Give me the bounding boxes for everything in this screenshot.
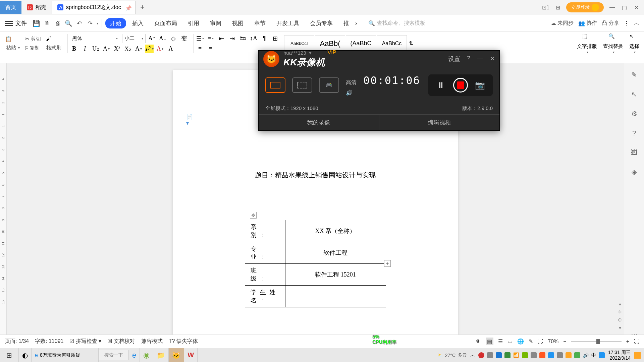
style-h2[interactable]: (AaBbC [346, 35, 376, 52]
tray-icon-8[interactable] [539, 352, 545, 358]
history-dropdown-icon[interactable]: ▾ [97, 21, 98, 25]
word-count[interactable]: 字数: 11091 [35, 338, 63, 345]
tray-icon-12[interactable] [574, 352, 580, 358]
scroll-up-icon[interactable]: ▴ [616, 301, 623, 308]
premium-icon[interactable]: ◈ [630, 167, 639, 177]
settings-icon[interactable]: ⚙ [630, 109, 639, 118]
increase-font-icon[interactable]: A↑ [148, 34, 156, 43]
text-effect-button[interactable]: A▾ [134, 45, 143, 53]
recorder-settings[interactable]: 设置 [448, 55, 460, 63]
font-color-button[interactable]: A▾ [156, 45, 164, 53]
zoom-value[interactable]: 70% [548, 339, 558, 345]
view-icon[interactable]: 👁 [476, 339, 481, 345]
clock[interactable]: 17:31 周三 2022/9/14 [608, 350, 631, 361]
user-dropdown-icon[interactable]: ▾ [309, 50, 312, 56]
menu-file[interactable]: 文件 [15, 19, 27, 27]
page-anchor-icon[interactable]: 📄▾ [186, 114, 193, 120]
tray-icon-4[interactable] [504, 352, 511, 358]
tray-icon-3[interactable] [496, 352, 502, 358]
format-painter-button[interactable]: 格式刷 [45, 44, 63, 52]
table-move-handle[interactable]: ✥ [250, 212, 257, 219]
phonetic-icon[interactable]: 变 [180, 34, 189, 43]
ribbon-tab-view[interactable]: 视图 [227, 18, 248, 28]
text-layout-button[interactable]: ⬚文字排版▾ [577, 33, 597, 54]
command-search[interactable]: 🔍 查找命令、搜索模板 [368, 20, 549, 27]
highlight-button[interactable]: 🖍▾ [145, 45, 154, 53]
wps-taskbar-icon[interactable]: W [184, 348, 198, 362]
char-border-button[interactable]: A [166, 45, 175, 53]
zoom-out-icon[interactable]: − [563, 339, 566, 345]
quality-label[interactable]: 高清 [346, 79, 357, 86]
show-marks-button[interactable]: ⊞ [271, 34, 279, 43]
scroll-down-icon[interactable]: ▾ [616, 325, 623, 332]
bluetooth-icon[interactable] [548, 352, 554, 358]
page-view-icon[interactable]: ▤ [486, 338, 493, 345]
volume-tray-icon[interactable]: 🔊 [583, 353, 589, 358]
undo-icon[interactable]: ↶ [74, 19, 84, 28]
bold-button[interactable]: B [70, 45, 78, 53]
weather-widget[interactable]: ⛅ 27°C 多云 [437, 352, 467, 358]
collab-button[interactable]: 👥协作 [578, 20, 597, 27]
superscript-button[interactable]: X² [113, 45, 121, 53]
browser-icon[interactable]: ◉ [140, 348, 153, 362]
ribbon-tab-start[interactable]: 开始 [105, 18, 126, 28]
reading-view-icon[interactable]: ▭ [507, 338, 513, 345]
volume-icon[interactable]: 🔊 [346, 89, 420, 96]
line-break-button[interactable]: ¶ [260, 34, 269, 43]
ie-taskbar[interactable]: e 8万班费为何引质疑 [32, 348, 99, 362]
mode-screen-button[interactable] [265, 77, 285, 93]
recorder-minimize-icon[interactable]: — [477, 55, 483, 63]
indent-left-button[interactable]: ⇤ [217, 34, 226, 43]
zoom-slider[interactable] [571, 341, 622, 342]
missing-font[interactable]: T? 缺失字体 [169, 338, 198, 345]
tray-icon-10[interactable] [557, 352, 563, 358]
document-title-line[interactable]: 题目：精品水果线上销售网站设计与实现 [200, 171, 431, 180]
tray-icon-2[interactable] [487, 352, 493, 358]
decrease-font-icon[interactable]: A↓ [158, 34, 167, 43]
tray-icon-14[interactable] [599, 352, 605, 358]
compat-mode[interactable]: 兼容模式 [141, 338, 163, 345]
tray-icon-11[interactable] [566, 352, 572, 358]
tray-icon-7[interactable] [531, 352, 537, 358]
preview-icon[interactable]: 🔍 [64, 19, 73, 28]
stop-button[interactable] [453, 78, 468, 93]
window-mode-icon[interactable]: ⊡1 [542, 4, 549, 11]
ribbon-tab-insert[interactable]: 插入 [127, 18, 148, 28]
ribbon-tab-references[interactable]: 引用 [183, 18, 204, 28]
scroll-target-icon[interactable]: ⊙ [616, 317, 623, 324]
ribbon-tab-chapter[interactable]: 章节 [250, 18, 270, 28]
pause-button[interactable]: ⏸ [434, 78, 448, 92]
ribbon-tab-more[interactable]: 推 [339, 18, 354, 28]
ribbon-tab-devtools[interactable]: 开发工具 [272, 18, 304, 28]
recorder-help-icon[interactable]: ? [467, 55, 470, 63]
collapse-ribbon-icon[interactable]: ︿ [634, 20, 639, 27]
zoom-in-icon[interactable]: + [626, 339, 629, 345]
cursor-panel-icon[interactable]: ↖ [630, 89, 639, 99]
save-icon[interactable]: 💾 [32, 19, 41, 28]
recorder-header[interactable]: 🐱 hua***123 ▾ VIP KK录像机 设置 ? — ✕ [259, 51, 499, 67]
tab-document[interactable]: W springboot312论文.doc 📌 [52, 1, 136, 14]
maximize-icon[interactable]: ▢ [621, 4, 628, 11]
font-select[interactable]: 黑体▾ [70, 34, 120, 43]
proofing-button[interactable]: ☒ 文档校对 [107, 338, 135, 345]
find-replace-button[interactable]: 🔍查找替换▾ [603, 33, 623, 54]
ribbon-tab-review[interactable]: 审阅 [205, 18, 226, 28]
table-add-handle[interactable]: + [384, 260, 391, 267]
indent-right-button[interactable]: ⇥ [228, 34, 236, 43]
screenshot-button[interactable]: 📷 [473, 78, 487, 92]
explorer-icon[interactable]: 📁 [153, 348, 169, 362]
cortana-icon[interactable]: ◐ [19, 348, 32, 362]
clear-format-icon[interactable]: ◇ [169, 34, 178, 43]
write-view-icon[interactable]: ✎ [529, 338, 533, 345]
italic-button[interactable]: I [80, 45, 89, 53]
image-icon[interactable]: 🖼 [630, 148, 639, 157]
recorder-close-icon[interactable]: ✕ [490, 55, 495, 63]
numbering-button[interactable]: ≡▾ [206, 34, 215, 43]
recorder-window[interactable]: 🐱 hua***123 ▾ VIP KK录像机 设置 ? — ✕ 🎮 高清 00… [258, 50, 500, 131]
pencil-icon[interactable]: ✎ [630, 70, 639, 79]
ime-indicator[interactable]: 中 [591, 352, 596, 358]
page-indicator[interactable]: 页面: 1/34 [5, 338, 29, 345]
ie-app-icon[interactable]: e [129, 348, 140, 362]
cut-button[interactable]: ✂剪切 [24, 35, 42, 43]
font-size-select[interactable]: 小二▾ [122, 34, 146, 43]
